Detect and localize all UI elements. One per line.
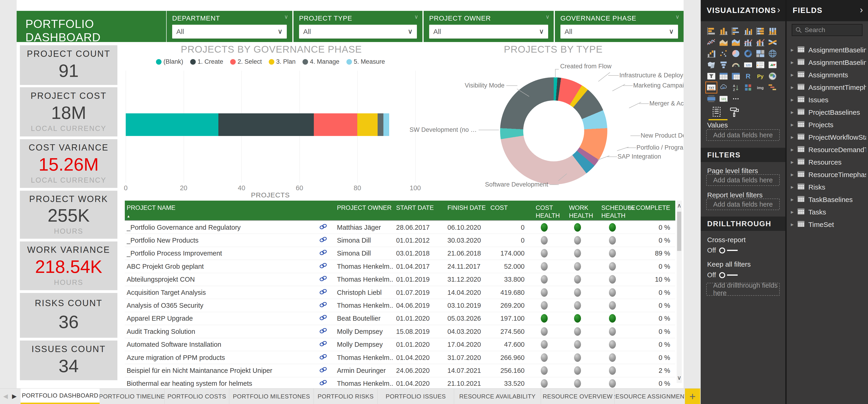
line-and-clustered-column-chart-icon[interactable] <box>755 37 765 47</box>
search-input[interactable] <box>804 26 857 34</box>
field-table-item[interactable]: ▸Tasks <box>787 206 868 218</box>
table-row[interactable]: Apparel ERP UpgradeBeat Boutellier01.01.… <box>125 312 675 325</box>
power-apps-icon[interactable] <box>743 82 753 93</box>
column-header[interactable]: FINISH DATE <box>447 204 486 212</box>
page-tab-portfolio-dashboard[interactable]: PORTFOLIO DASHBOARD <box>21 389 100 404</box>
gauge-icon[interactable] <box>731 60 741 70</box>
format-pane-tab[interactable] <box>728 106 740 118</box>
collapse-panel-icon[interactable]: › <box>777 5 780 15</box>
table-row[interactable]: Azure migration of PPM productsThomas He… <box>125 351 675 364</box>
page-tab-portfolio-risks[interactable]: PORTFOLIO RISKS <box>314 389 378 404</box>
fields-search[interactable] <box>792 24 863 36</box>
next-page-arrow-icon[interactable]: ▶ <box>12 393 17 400</box>
page-tab-portfolio-timeline[interactable]: PORTFOLIO TIMELINE <box>100 389 164 404</box>
table-scrollbar[interactable] <box>677 201 682 383</box>
scatter-chart-icon[interactable] <box>718 48 728 59</box>
column-header[interactable]: COST HEALTH <box>536 204 560 220</box>
slicer-header-chevron-icon[interactable]: ∨ <box>414 13 418 20</box>
project-link-cell[interactable] <box>318 223 328 232</box>
donut-chart-icon[interactable] <box>743 48 753 59</box>
page-filters-dropzone[interactable]: Add data fields here <box>706 174 780 186</box>
ribbon-chart-icon[interactable] <box>768 37 778 47</box>
table-row[interactable]: _Portfolio Process ImprovementSimona Dil… <box>125 247 675 260</box>
field-table-item[interactable]: ▸TimeSet <box>787 218 868 231</box>
gantt-chart-icon[interactable] <box>768 82 778 93</box>
prev-page-arrow-icon[interactable]: ◀ <box>3 393 8 400</box>
project-link-cell[interactable] <box>318 314 328 323</box>
project-link-cell[interactable] <box>318 262 328 271</box>
expand-table-icon[interactable]: ▸ <box>791 84 794 91</box>
expand-table-icon[interactable]: ▸ <box>791 122 794 128</box>
bar-segment-4-manage[interactable] <box>378 113 383 136</box>
page-tab-resource-assignment[interactable]: RESOURCE ASSIGNMENT <box>615 389 685 404</box>
stacked-area-chart-icon[interactable] <box>731 37 741 47</box>
textbox-icon[interactable]: TXT <box>706 82 716 93</box>
table-row[interactable]: Abteilungsprojekt CONThomas Henkelm...01… <box>125 273 675 286</box>
project-link-cell[interactable] <box>318 249 328 258</box>
project-link-cell[interactable] <box>318 327 328 336</box>
table-row[interactable]: Biothermal ear heating system for helmet… <box>125 377 675 388</box>
project-link-cell[interactable] <box>318 379 328 388</box>
slicer-dropdown[interactable]: All∨ <box>429 25 548 39</box>
table-row[interactable]: Audit Tracking SolutionMolly Dempsey15.0… <box>125 325 675 338</box>
field-table-item[interactable]: ▸AssignmentBaseline... <box>787 56 868 69</box>
column-header[interactable]: START DATE <box>396 204 434 212</box>
table-row[interactable]: _Portfolio New ProductsSimona Dill01.01.… <box>125 234 675 247</box>
slicer-header-chevron-icon[interactable]: ∨ <box>284 13 288 20</box>
text-filter-icon[interactable]: AZ <box>731 82 741 93</box>
python-visual-icon[interactable]: Py <box>755 71 765 81</box>
table-row[interactable]: Automated Software InstallationMolly Dem… <box>125 338 675 351</box>
table-row[interactable]: Beispiel für ein Nicht Maintanance Proje… <box>125 364 675 377</box>
expand-table-icon[interactable]: ▸ <box>791 221 794 228</box>
waterfall-chart-icon[interactable] <box>706 48 716 59</box>
page-tab-portfolio-milestones[interactable]: PORTFOLIO MILESTONES <box>229 389 314 404</box>
values-add-fields-dropzone[interactable]: Add data fields here <box>706 129 780 141</box>
report-filters-dropzone[interactable]: Add data fields here <box>706 199 780 210</box>
add-page-button[interactable]: + <box>685 389 700 404</box>
keep-all-filters-toggle[interactable]: Off <box>707 271 738 279</box>
scroll-down-icon[interactable]: ∨ <box>677 374 681 381</box>
project-link-cell[interactable] <box>318 340 328 349</box>
clustered-bar-chart-icon[interactable] <box>731 26 741 36</box>
field-table-item[interactable]: ▸TaskBaselines <box>787 194 868 206</box>
kpi-icon[interactable] <box>768 60 778 70</box>
legend-item[interactable]: 4. Manage <box>303 58 339 65</box>
field-table-item[interactable]: ▸ResourceDemandTi... <box>787 144 868 156</box>
bar-segment-5-measure[interactable] <box>383 113 389 136</box>
expand-table-icon[interactable]: ▸ <box>791 97 794 103</box>
expand-table-icon[interactable]: ▸ <box>791 159 794 165</box>
matrix-icon[interactable] <box>731 71 741 81</box>
legend-item[interactable]: (Blank) <box>156 58 183 65</box>
clustered-column-chart-icon[interactable] <box>743 26 753 36</box>
project-link-cell[interactable] <box>318 275 328 284</box>
slicer-icon[interactable] <box>706 71 716 81</box>
field-table-item[interactable]: ▸ProjectWorkflowSta... <box>787 131 868 144</box>
expand-table-icon[interactable]: ▸ <box>791 146 794 153</box>
project-link-cell[interactable] <box>318 288 328 297</box>
scroller-icon[interactable] <box>706 94 716 104</box>
hundred-percent-stacked-bar-chart-icon[interactable] <box>755 26 765 36</box>
column-header[interactable]: PROJECT OWNER <box>337 204 392 212</box>
stacked-bar-chart-icon[interactable] <box>706 26 716 36</box>
line-and-stacked-column-chart-icon[interactable] <box>743 37 753 47</box>
scroll-up-icon[interactable]: ∧ <box>677 202 681 209</box>
card-icon[interactable]: 123 <box>743 60 753 70</box>
bar-segment-2-select[interactable] <box>314 113 357 136</box>
page-tab-portfolio-costs[interactable]: PORTFOLIO COSTS <box>164 389 229 404</box>
bar-segment-1-create[interactable] <box>218 113 314 136</box>
legend-item[interactable]: 5. Measure <box>346 58 385 65</box>
table-scrollbar-thumb[interactable] <box>677 212 681 251</box>
expand-table-icon[interactable]: ▸ <box>791 171 794 178</box>
drillthrough-fields-dropzone[interactable]: Add drillthrough fields here <box>706 283 780 296</box>
map-icon[interactable] <box>768 48 778 59</box>
page-tab-portfolio-issues[interactable]: PORTFOLIO ISSUES <box>378 389 454 404</box>
slicer-dropdown[interactable]: All∨ <box>560 25 678 39</box>
kpi-ticker-icon[interactable]: 123 <box>718 94 728 104</box>
column-header[interactable]: WORK HEALTH <box>569 204 593 220</box>
project-link-cell[interactable] <box>318 353 328 362</box>
expand-table-icon[interactable]: ▸ <box>791 209 794 215</box>
field-table-item[interactable]: ▸Resources <box>787 156 868 169</box>
table-row[interactable]: Analysis of O365 SecurityThomas Henkelm.… <box>125 299 675 312</box>
treemap-icon[interactable] <box>755 48 765 59</box>
slicer-dropdown[interactable]: All∨ <box>172 25 287 39</box>
